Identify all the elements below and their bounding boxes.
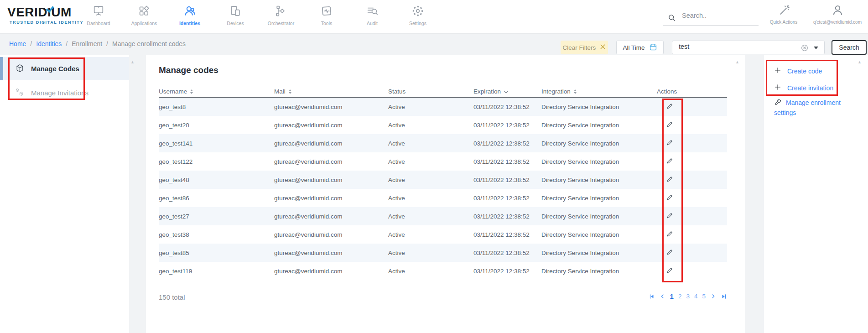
mail-cell: gtureac@veridiumid.com <box>274 104 388 110</box>
last-page-icon[interactable] <box>721 293 727 300</box>
sort-desc-icon <box>504 88 509 93</box>
search-button[interactable]: Search <box>832 40 867 55</box>
user-menu[interactable]: q'ctest@veridiumid.com <box>808 4 867 25</box>
breadcrumb-separator: / <box>66 40 68 47</box>
status-cell: Active <box>388 195 473 202</box>
username-cell: geo_test48 <box>159 177 274 183</box>
column-header-mail[interactable]: Mail <box>274 88 388 95</box>
wrench-icon <box>774 99 782 106</box>
enrollment-sidebar: Manage Codes Manage Invitations <box>0 55 129 333</box>
nav-item-orchestrator[interactable]: Orchestrator <box>258 0 304 34</box>
calendar-icon <box>649 43 657 52</box>
nav-item-identities[interactable]: Identities <box>167 0 213 34</box>
edit-icon[interactable] <box>657 248 727 257</box>
table-row[interactable]: geo_test141gtureac@veridiumid.comActive0… <box>159 134 727 152</box>
expiration-cell: 03/11/2022 12:38:52 <box>473 177 541 183</box>
integration-cell: Directory Service Integration <box>541 250 657 256</box>
mail-cell: gtureac@veridiumid.com <box>274 268 388 275</box>
integration-cell: Directory Service Integration <box>541 104 657 110</box>
mail-cell: gtureac@veridiumid.com <box>274 231 388 238</box>
username-cell: geo_test38 <box>159 231 274 238</box>
table-row[interactable]: geo_test48gtureac@veridiumid.comActive03… <box>159 171 727 189</box>
nav-item-dashboard[interactable]: Dashboard <box>76 0 121 34</box>
previous-page-icon[interactable] <box>660 293 665 299</box>
column-header-username[interactable]: Username <box>159 88 274 95</box>
edit-icon[interactable] <box>657 212 727 221</box>
edit-icon[interactable] <box>657 193 727 203</box>
nav-item-tools[interactable]: Tools <box>304 0 349 34</box>
chevron-down-icon[interactable] <box>814 47 818 49</box>
status-cell: Active <box>388 104 473 110</box>
table-body: geo_test8gtureac@veridiumid.comActive03/… <box>159 98 727 280</box>
sidebar-item-manage-codes[interactable]: Manage Codes <box>0 57 129 80</box>
expiration-cell: 03/11/2022 12:38:52 <box>473 122 541 129</box>
page-title: Manage codes <box>159 65 218 75</box>
table-row[interactable]: geo_test38gtureac@veridiumid.comActive03… <box>159 225 727 244</box>
table-row[interactable]: geo_test122gtureac@veridiumid.comActive0… <box>159 152 727 171</box>
cube-icon <box>15 63 25 74</box>
global-search <box>663 9 759 26</box>
username-cell: geo_test141 <box>159 140 274 147</box>
page-number-3[interactable]: 3 <box>686 293 690 300</box>
edit-icon[interactable] <box>657 266 727 276</box>
status-cell: Active <box>388 250 473 256</box>
manage-enrollment-settings-link[interactable]: Manage enrollment settings <box>774 98 855 118</box>
nav-label: Tools <box>321 21 333 26</box>
veridium-logo[interactable]: VERIDIUM TRUSTED DIGITAL IDENTITY <box>7 5 83 25</box>
edit-icon[interactable] <box>657 139 727 148</box>
sidebar-item-manage-invitations[interactable]: Manage Invitations <box>0 81 129 104</box>
expiration-cell: 03/11/2022 12:38:52 <box>473 195 541 202</box>
breadcrumb-home[interactable]: Home <box>9 40 26 47</box>
create-invitation-button[interactable]: Create invitation <box>774 83 833 92</box>
table-search-input[interactable] <box>679 43 802 50</box>
edit-icon[interactable] <box>657 175 727 184</box>
page-number-1[interactable]: 1 <box>670 292 674 300</box>
edit-icon[interactable] <box>657 102 727 111</box>
edit-icon[interactable] <box>657 157 727 166</box>
table-row[interactable]: geo_test119gtureac@veridiumid.comActive0… <box>159 262 727 280</box>
integration-cell: Directory Service Integration <box>541 195 657 202</box>
page-number-5[interactable]: 5 <box>702 293 706 300</box>
username-cell: geo_test86 <box>159 195 274 202</box>
column-header-status[interactable]: Status <box>388 88 473 95</box>
clear-search-icon[interactable] <box>800 44 809 54</box>
table-row[interactable]: geo_test20gtureac@veridiumid.comActive03… <box>159 116 727 134</box>
mail-cell: gtureac@veridiumid.com <box>274 195 388 202</box>
status-cell: Active <box>388 213 473 220</box>
right-panel-scrollbar-up-arrow[interactable]: ▲ <box>858 60 862 64</box>
mail-cell: gtureac@veridiumid.com <box>274 140 388 147</box>
table-row[interactable]: geo_test86gtureac@veridiumid.comActive03… <box>159 189 727 207</box>
table-row[interactable]: geo_test8gtureac@veridiumid.comActive03/… <box>159 98 727 116</box>
global-search-input[interactable] <box>682 12 755 19</box>
time-filter-button[interactable]: All Time <box>616 41 664 54</box>
expiration-cell: 03/11/2022 12:38:52 <box>473 104 541 110</box>
nav-item-settings[interactable]: Settings <box>395 0 441 34</box>
breadcrumb-enrollment: Enrollment <box>72 40 102 47</box>
nav-item-applications[interactable]: Applications <box>121 0 167 34</box>
page-number-4[interactable]: 4 <box>694 293 698 300</box>
column-header-expiration[interactable]: Expiration <box>473 88 541 95</box>
sidebar-scrollbar-up-arrow[interactable]: ▲ <box>130 60 135 64</box>
nav-item-audit[interactable]: Audit <box>349 0 395 34</box>
breadcrumb: Home / Identities / Enrollment / Manage … <box>9 40 186 47</box>
clear-filters-button[interactable]: Clear Filters <box>561 41 608 54</box>
column-header-integration[interactable]: Integration <box>541 88 657 95</box>
page-number-2[interactable]: 2 <box>678 293 682 300</box>
next-page-icon[interactable] <box>710 293 716 299</box>
table-row[interactable]: geo_test85gtureac@veridiumid.comActive03… <box>159 244 727 262</box>
first-page-icon[interactable] <box>649 293 655 300</box>
main-scrollbar-up-arrow[interactable]: ▲ <box>735 60 739 64</box>
breadcrumb-separator: / <box>30 40 32 47</box>
integration-cell: Directory Service Integration <box>541 122 657 129</box>
edit-icon[interactable] <box>657 230 727 239</box>
nav-item-devices[interactable]: Devices <box>213 0 258 34</box>
logo-tagline: TRUSTED DIGITAL IDENTITY <box>10 20 83 25</box>
breadcrumb-identities[interactable]: Identities <box>36 40 62 47</box>
create-code-button[interactable]: Create code <box>774 67 822 75</box>
sort-icon <box>289 89 291 94</box>
table-row[interactable]: geo_test27gtureac@veridiumid.comActive03… <box>159 207 727 225</box>
edit-icon[interactable] <box>657 120 727 130</box>
integration-cell: Directory Service Integration <box>541 177 657 183</box>
quick-actions-button[interactable]: Quick Actions <box>765 4 802 25</box>
status-cell: Active <box>388 231 473 238</box>
